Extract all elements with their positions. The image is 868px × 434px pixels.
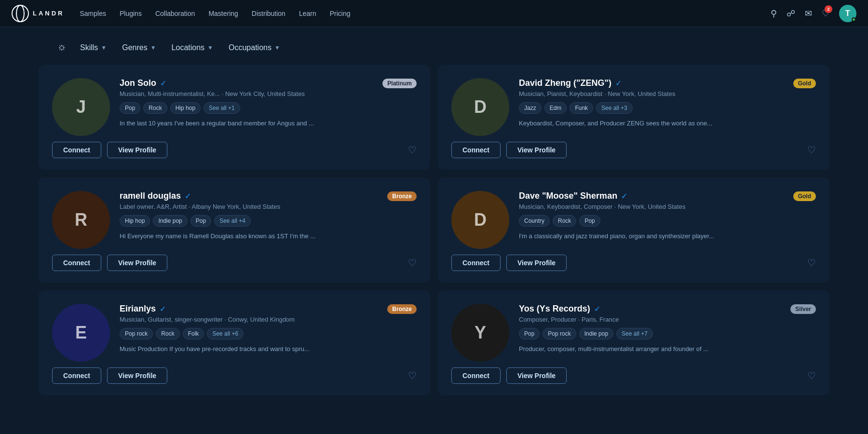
favorite-button[interactable]: ♡ [408,370,417,381]
connect-button[interactable]: Connect [52,142,101,158]
filter-settings-icon[interactable]: ⛭ [58,43,67,53]
view-profile-button[interactable]: View Profile [506,142,567,158]
chevron-down-icon: ▼ [150,44,156,51]
view-profile-button[interactable]: View Profile [506,255,567,271]
profile-card-eirianlys: E Eirianlys ✓ Bronze Musician, Guitarist… [39,290,430,395]
profile-subtitle: Composer, Producer · Paris, France [519,316,816,323]
see-all-tag[interactable]: See all +3 [596,102,633,114]
card-name-group: Jon Solo ✓ [120,78,166,88]
favorite-button[interactable]: ♡ [807,257,816,269]
profile-card-jon-solo: J Jon Solo ✓ Platinum Musician, Multi-in… [39,65,430,170]
search-icon[interactable]: ⚲ [771,8,777,19]
profile-name: ramell douglas [120,191,181,201]
card-info: Dave "Moose" Sherman ✓ Gold Musician, Ke… [519,191,816,241]
card-info: Eirianlys ✓ Bronze Musician, Guitarist, … [120,304,417,354]
see-all-tag[interactable]: See all +1 [203,102,240,114]
nav-samples[interactable]: Samples [80,10,106,17]
connect-button[interactable]: Connect [451,367,501,384]
filter-genres[interactable]: Genres ▼ [116,41,162,55]
user-avatar[interactable]: T [839,5,856,22]
genre-tag: Hip hop [120,215,150,227]
filter-occupations[interactable]: Occupations ▼ [223,41,286,55]
card-actions: Connect View Profile ♡ [52,142,417,158]
genre-tag: Indie pop [153,215,187,227]
card-name-row: Jon Solo ✓ Platinum [120,78,417,88]
card-info: Jon Solo ✓ Platinum Musician, Multi-inst… [120,78,417,128]
tier-badge: Silver [790,304,816,314]
card-name-group: Yos (Ys Records) ✓ [519,304,600,314]
nav-distribution[interactable]: Distribution [252,10,285,17]
genre-tag: Indie pop [579,328,613,339]
avatar: Y [451,304,509,362]
genre-tag: Funk [570,102,593,114]
nav-pricing[interactable]: Pricing [330,10,351,17]
profile-description: Producer, composer, multi-instrumentalis… [519,344,816,354]
genre-tag: Jazz [519,102,542,114]
logo-text: LANDR [33,10,65,17]
card-info: David Zheng ("ZENG") ✓ Gold Musician, Pi… [519,78,816,128]
card-name-group: David Zheng ("ZENG") ✓ [519,78,622,88]
card-top: J Jon Solo ✓ Platinum Musician, Multi-in… [52,78,417,136]
genre-tag: Rock [156,328,179,339]
connect-button[interactable]: Connect [52,367,101,384]
tier-badge: Gold [793,191,816,201]
card-name-row: ramell douglas ✓ Bronze [120,191,417,201]
online-indicator [852,17,856,22]
card-name-group: ramell douglas ✓ [120,191,191,201]
favorite-button[interactable]: ♡ [408,257,417,269]
view-profile-button[interactable]: View Profile [107,142,167,158]
tier-badge: Bronze [387,304,417,314]
genre-tag: Pop [519,328,540,339]
see-all-tag[interactable]: See all +7 [616,328,653,339]
card-top: E Eirianlys ✓ Bronze Musician, Guitarist… [52,304,417,362]
view-profile-button[interactable]: View Profile [107,367,167,384]
connect-button[interactable]: Connect [451,142,501,158]
favorite-button[interactable]: ♡ [807,370,816,381]
header-actions: ⚲ ☍ ✉ ♡ 2 T [771,5,856,22]
profile-card-ramell-douglas: R ramell douglas ✓ Bronze Label owner, A… [39,177,430,283]
main-content: J Jon Solo ✓ Platinum Musician, Multi-in… [0,65,868,395]
profile-description: Music Production If you have pre-recorde… [120,344,417,354]
favorite-button[interactable]: ♡ [408,144,417,156]
view-profile-button[interactable]: View Profile [506,367,567,384]
nav-learn[interactable]: Learn [299,10,316,17]
profile-description: In the last 10 years I've been a regular… [120,119,417,128]
notification-icon[interactable]: ♡ 2 [822,8,829,19]
nav-plugins[interactable]: Plugins [120,10,142,17]
logo[interactable]: LANDR [12,5,65,22]
card-info: Yos (Ys Records) ✓ Silver Composer, Prod… [519,304,816,354]
profile-card-dave-moose-sherman: D Dave "Moose" Sherman ✓ Gold Musician, … [438,177,829,283]
chat-icon[interactable]: ☍ [787,8,795,19]
genre-tags: PopRockHip hopSee all +1 [120,102,417,114]
card-name-row: Eirianlys ✓ Bronze [120,304,417,314]
see-all-tag[interactable]: See all +4 [214,215,251,227]
mail-icon[interactable]: ✉ [805,8,812,19]
genre-tag: Folk [183,328,204,339]
card-actions: Connect View Profile ♡ [451,142,816,158]
filter-locations[interactable]: Locations ▼ [166,41,219,55]
profile-subtitle: Musician, Pianist, Keyboardist · New Yor… [519,90,816,97]
genre-tag: Hip hop [170,102,201,114]
nav-mastering[interactable]: Mastering [208,10,238,17]
card-top: Y Yos (Ys Records) ✓ Silver Composer, Pr… [451,304,816,362]
card-name-group: Eirianlys ✓ [120,304,166,314]
card-actions: Connect View Profile ♡ [52,255,417,271]
view-profile-button[interactable]: View Profile [107,255,167,271]
genre-tag: Pop [120,102,140,114]
card-name-row: Dave "Moose" Sherman ✓ Gold [519,191,816,201]
connect-button[interactable]: Connect [451,255,501,271]
profile-subtitle: Label owner, A&R, Artist · Albany New Yo… [120,203,417,210]
profile-name: Yos (Ys Records) [519,304,590,314]
connect-button[interactable]: Connect [52,255,101,271]
header: LANDR Samples Plugins Collaboration Mast… [0,0,868,27]
genre-tags: Pop rockRockFolkSee all +6 [120,328,417,339]
filter-skills[interactable]: Skills ▼ [74,41,112,55]
card-actions: Connect View Profile ♡ [52,367,417,384]
favorite-button[interactable]: ♡ [807,144,816,156]
nav-collaboration[interactable]: Collaboration [155,10,195,17]
see-all-tag[interactable]: See all +6 [207,328,244,339]
chevron-down-icon: ▼ [101,44,107,51]
genre-tags: JazzEdmFunkSee all +3 [519,102,816,114]
main-nav: Samples Plugins Collaboration Mastering … [80,10,771,17]
verified-icon: ✓ [160,304,166,313]
